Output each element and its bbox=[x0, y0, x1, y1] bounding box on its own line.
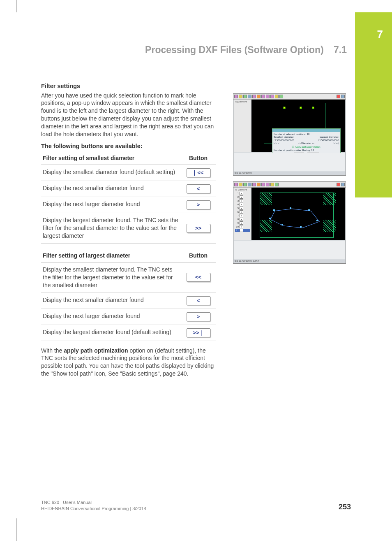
last-largest-2-icon: >> ∣ bbox=[187, 328, 210, 337]
table-row: Display the next smaller diameter found … bbox=[41, 181, 216, 197]
screenshot-path-result: Id Element 1+2+3+4+5+6+7+8+9+10+11+ 0:0 … bbox=[233, 181, 346, 264]
toolbar-icon bbox=[341, 183, 345, 186]
list-item: 6+ bbox=[235, 210, 250, 214]
page-header: Processing DXF Files (Software Option) 7… bbox=[41, 44, 347, 56]
th-desc-1: Filter setting of smallest diameter bbox=[41, 152, 181, 165]
side-panel: Id|Element bbox=[234, 100, 251, 152]
header-title: Processing DXF Files (Software Option) bbox=[145, 44, 324, 55]
toolbar-icon bbox=[261, 183, 265, 186]
screenshot-column: Id|Element Number of selected positions:… bbox=[233, 93, 346, 269]
toolbar-icon bbox=[257, 95, 261, 98]
toolbar-icon bbox=[243, 183, 247, 186]
toolbar-icon bbox=[257, 183, 261, 186]
table-row: Display the next larger diameter found > bbox=[41, 309, 216, 325]
section-heading: Filter settings bbox=[41, 82, 216, 91]
cad-viewport: Number of selected positions: 20 Smalles… bbox=[251, 100, 345, 152]
filter-table-largest: Filter setting of largest diameter Butto… bbox=[41, 249, 216, 341]
toolbar-icon bbox=[243, 95, 247, 98]
toolbar-icon bbox=[252, 183, 256, 186]
chapter-tab: 7 bbox=[355, 12, 392, 197]
toolbar-icon bbox=[234, 183, 238, 186]
toolbar-icon bbox=[275, 183, 279, 186]
bold-term: apply path optimization bbox=[64, 347, 128, 354]
toolbar-icon bbox=[341, 95, 345, 98]
toolbar-icon bbox=[239, 183, 242, 186]
chapter-number: 7 bbox=[377, 28, 383, 41]
row-desc: Display the largest diameter found. The … bbox=[41, 213, 181, 244]
dialog-positions: Number of selected positions: 20 bbox=[274, 133, 339, 135]
list-item: 7+ bbox=[235, 214, 250, 217]
th-btn-2: Button bbox=[181, 249, 216, 262]
prev-smaller-2-icon: < bbox=[187, 296, 210, 305]
table-intro: The following buttons are available: bbox=[41, 142, 216, 151]
toolbar-icon bbox=[279, 95, 283, 98]
list-item: 8+ bbox=[235, 218, 250, 221]
first-smallest-icon: ∣ << bbox=[187, 168, 210, 177]
toolbar-icon bbox=[266, 95, 270, 98]
content-column: Filter settings After you have used the … bbox=[41, 82, 216, 378]
toolbar-icon bbox=[234, 95, 238, 98]
status-bar: 0:0 2173967MM bbox=[233, 172, 346, 175]
crop-mark-top bbox=[16, 0, 17, 12]
list-item: 9+ bbox=[235, 221, 250, 225]
dialog-filtered: Number of positions after filtering: 12 bbox=[274, 149, 339, 151]
th-desc-2: Filter setting of largest diameter bbox=[41, 249, 181, 262]
intro-paragraph: After you have used the quick selection … bbox=[41, 92, 216, 138]
closing-paragraph: With the apply path optimization option … bbox=[41, 347, 216, 378]
th-btn-1: Button bbox=[181, 152, 216, 165]
close-icon bbox=[337, 183, 340, 186]
table-row: Display the smallest diameter found (def… bbox=[41, 165, 216, 181]
next-larger-2-icon: > bbox=[187, 312, 210, 321]
crop-mark-bottom bbox=[16, 518, 17, 541]
list-item: 5+ bbox=[235, 207, 250, 210]
prev-smaller-icon: < bbox=[187, 184, 210, 193]
cad-viewport bbox=[251, 188, 345, 240]
apply-path-checkbox: ☑ Apply path optimization bbox=[274, 145, 339, 148]
toolbar-icon bbox=[239, 95, 242, 98]
toolbar-icon bbox=[270, 183, 274, 186]
next-larger-icon: > bbox=[187, 200, 210, 209]
close-icon bbox=[337, 95, 340, 98]
bottom-pane bbox=[234, 241, 345, 259]
page-number: 253 bbox=[339, 503, 351, 511]
filter-table-smallest: Filter setting of smallest diameter Butt… bbox=[41, 152, 216, 244]
list-item: 10+ bbox=[235, 225, 250, 228]
toolbar-icon bbox=[275, 95, 279, 98]
list-item: 4+ bbox=[235, 203, 250, 206]
dialog-title bbox=[272, 129, 340, 132]
list-item: 3+ bbox=[235, 199, 250, 202]
table-row: Display the largest diameter found. The … bbox=[41, 213, 216, 244]
row-desc: Display the largest diameter found (defa… bbox=[41, 325, 181, 341]
row-desc: Display the smallest diameter found (def… bbox=[41, 165, 181, 181]
row-desc: Display the smallest diameter found. The… bbox=[41, 262, 181, 293]
element-list: Id Element 1+2+3+4+5+6+7+8+9+10+11+ bbox=[234, 188, 251, 240]
row-desc: Display the next larger diameter found bbox=[41, 197, 181, 213]
row-desc: Display the next larger diameter found bbox=[41, 309, 181, 325]
table-row: Display the largest diameter found (defa… bbox=[41, 325, 216, 341]
list-item: 2+ bbox=[235, 195, 250, 199]
footer-line2: HEIDENHAIN Conversational Programming | … bbox=[41, 506, 146, 511]
list-item: 11+ bbox=[235, 229, 250, 232]
bottom-pane bbox=[234, 153, 345, 171]
last-largest-icon: >> bbox=[187, 224, 210, 233]
toolbar-icon bbox=[252, 95, 256, 98]
header-section: 7.1 bbox=[334, 44, 347, 55]
toolbar bbox=[233, 182, 346, 188]
table-row: Display the smallest diameter found. The… bbox=[41, 262, 216, 293]
row-desc: Display the next smaller diameter found bbox=[41, 293, 181, 309]
table-row: Display the next smaller diameter found … bbox=[41, 293, 216, 309]
toolbar-icon bbox=[270, 95, 274, 98]
toolbar-icon bbox=[266, 183, 270, 186]
page-footer: TNC 620 | User's Manual HEIDENHAIN Conve… bbox=[41, 499, 351, 511]
list-item: 1+ bbox=[235, 192, 250, 195]
toolbar bbox=[233, 94, 346, 100]
status-bar: 0:0 2173967MM 12XY bbox=[233, 260, 346, 263]
first-smallest-2-icon: << bbox=[187, 273, 210, 282]
table-row: Display the next larger diameter found > bbox=[41, 197, 216, 213]
screenshot-filter-dialog: Id|Element Number of selected positions:… bbox=[233, 93, 346, 176]
row-desc: Display the next smaller diameter found bbox=[41, 181, 181, 197]
toolbar-icon bbox=[261, 95, 265, 98]
toolbar-icon bbox=[248, 95, 251, 98]
toolbar-icon bbox=[248, 183, 251, 186]
footer-line1: TNC 620 | User's Manual bbox=[41, 499, 146, 505]
